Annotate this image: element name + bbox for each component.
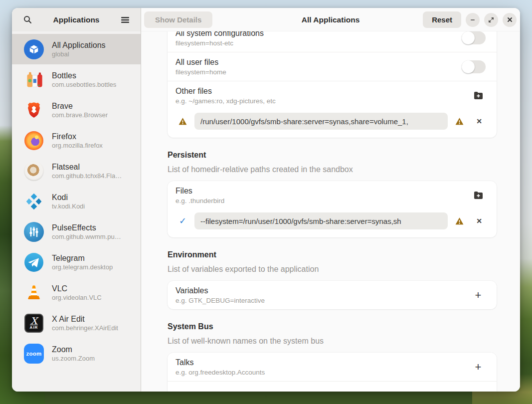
all-applications-icon — [24, 39, 44, 59]
toggle-knob — [462, 31, 475, 44]
other-files-path-input[interactable] — [194, 113, 448, 130]
permission-title: Files — [176, 187, 471, 196]
permission-subtitle: filesystem=host-etc — [176, 39, 462, 47]
persistent-card: Files e.g. .thunderbird ✓ ✕ — [168, 181, 497, 237]
permission-row-system-configurations: All system configurations filesystem=hos… — [168, 31, 497, 52]
warning-icon — [455, 117, 464, 126]
permission-row-other-files: Other files e.g. ~/games:ro, xdg-picture… — [168, 81, 497, 110]
vlc-icon — [24, 283, 44, 303]
header-actions: Reset — [423, 11, 517, 28]
section-description: List of homedir-relative paths created i… — [168, 165, 497, 174]
toggle-knob — [462, 60, 475, 73]
section-description: List of variables exported to the applic… — [168, 265, 497, 274]
toggle-switch[interactable] — [462, 31, 486, 44]
permission-hint: e.g. .thunderbird — [176, 197, 471, 204]
pulseeffects-icon — [24, 222, 44, 242]
sidebar-item-all-applications[interactable]: All Applications global — [12, 34, 141, 64]
app-name: Telegram — [52, 254, 113, 263]
section-title-environment: Environment — [168, 250, 497, 259]
kodi-icon — [24, 192, 44, 211]
persistent-path-input[interactable] — [194, 212, 448, 229]
app-id: com.github.wwmm.pu… — [52, 233, 121, 240]
app-name: Flatseal — [52, 163, 122, 172]
sidebar-header: Applications — [12, 8, 141, 31]
section-title-persistent: Persistent — [168, 151, 497, 160]
permission-title: All system configurations — [176, 31, 462, 38]
flatseal-icon — [24, 161, 44, 181]
permission-title: Variables — [176, 286, 471, 295]
app-name: Zoom — [52, 345, 95, 354]
app-name: X Air Edit — [52, 315, 118, 324]
permission-subtitle: filesystem=home — [176, 68, 462, 76]
minimize-button[interactable] — [466, 13, 480, 27]
permission-row-files: Files e.g. .thunderbird — [168, 181, 497, 209]
sidebar: Applications All Applications global — [12, 8, 141, 392]
filesystem-card: All system configurations filesystem=hos… — [168, 31, 497, 138]
zoom-icon: zoom — [24, 344, 44, 364]
permission-hint: e.g. org.freedesktop.Accounts — [176, 369, 471, 376]
firefox-icon — [24, 131, 44, 151]
app-name: Kodi — [52, 193, 85, 202]
sidebar-item-pulseeffects[interactable]: PulseEffects com.github.wwmm.pu… — [12, 216, 141, 247]
persistent-entry-row: ✓ ✕ — [168, 209, 497, 237]
permission-title: Owns — [176, 392, 486, 392]
app-id: tv.kodi.Kodi — [52, 202, 85, 210]
app-name: Brave — [52, 102, 108, 111]
sidebar-item-kodi[interactable]: Kodi tv.kodi.Kodi — [12, 186, 141, 216]
app-name: Firefox — [52, 132, 103, 141]
warning-icon — [455, 217, 464, 225]
sidebar-item-firefox[interactable]: Firefox org.mozilla.firefox — [12, 125, 141, 156]
permission-hint: e.g. GTK_DEBUG=interactive — [176, 297, 471, 304]
show-details-button[interactable]: Show Details — [144, 11, 212, 28]
permission-title: Talks — [176, 358, 471, 367]
app-id: org.mozilla.firefox — [52, 142, 103, 149]
main-pane: All Applications Show Details Reset — [141, 8, 520, 392]
header-bar: All Applications Show Details Reset — [141, 8, 520, 31]
permission-title: Other files — [176, 87, 471, 96]
bottles-icon — [24, 70, 44, 90]
app-name: All Applications — [52, 41, 106, 50]
plus-icon[interactable]: + — [471, 288, 486, 303]
app-name: VLC — [52, 284, 102, 293]
sidebar-item-vlc[interactable]: VLC org.videolan.VLC — [12, 277, 141, 308]
app-id: com.behringer.XAirEdit — [52, 324, 118, 332]
section-title-system-bus: System Bus — [168, 322, 497, 331]
sidebar-item-x-air-edit[interactable]: XAIR X Air Edit com.behringer.XAirEdit — [12, 308, 141, 338]
brave-icon — [24, 100, 44, 120]
toggle-switch[interactable] — [462, 60, 486, 73]
sidebar-item-telegram[interactable]: Telegram org.telegram.desktop — [12, 247, 141, 277]
plus-icon[interactable]: + — [471, 360, 486, 375]
permission-row-talks: Talks e.g. org.freedesktop.Accounts + — [168, 353, 497, 381]
check-icon: ✓ — [178, 215, 187, 226]
close-button[interactable] — [503, 13, 517, 27]
sidebar-item-bottles[interactable]: Bottles com.usebottles.bottles — [12, 64, 141, 95]
other-files-entry-row: ✕ — [168, 110, 497, 138]
permissions-scroll-area: All system configurations filesystem=hos… — [141, 31, 520, 392]
sidebar-title: Applications — [35, 15, 118, 24]
search-icon[interactable] — [20, 12, 35, 27]
app-id: com.brave.Browser — [52, 111, 108, 119]
section-description: List of well-known names on the system b… — [168, 337, 497, 346]
app-name: PulseEffects — [52, 223, 121, 232]
restore-button[interactable] — [484, 13, 498, 27]
app-id: org.telegram.desktop — [52, 263, 113, 271]
sidebar-item-brave[interactable]: Brave com.brave.Browser — [12, 95, 141, 125]
flatseal-window: Applications All Applications global — [12, 8, 520, 392]
x-air-edit-icon: XAIR — [24, 313, 44, 333]
warning-icon — [178, 117, 187, 126]
sidebar-item-zoom[interactable]: zoom Zoom us.zoom.Zoom — [12, 338, 141, 369]
folder-add-icon[interactable] — [471, 188, 486, 203]
environment-card: Variables e.g. GTK_DEBUG=interactive + — [168, 281, 497, 309]
permission-title: All user files — [176, 58, 462, 67]
application-list: All Applications global Bottles com.useb… — [12, 31, 141, 392]
remove-icon[interactable]: ✕ — [474, 215, 485, 226]
app-name: Bottles — [52, 71, 116, 80]
app-id: global — [52, 50, 106, 58]
reset-button[interactable]: Reset — [423, 11, 461, 28]
sidebar-item-flatseal[interactable]: Flatseal com.github.tchx84.Fla… — [12, 156, 141, 186]
permission-subtitle: e.g. ~/games:ro, xdg-pictures, etc — [176, 97, 471, 105]
menu-icon[interactable] — [118, 12, 133, 27]
permission-row-owns: Owns — [168, 382, 497, 392]
remove-icon[interactable]: ✕ — [474, 116, 485, 127]
folder-add-icon[interactable] — [471, 88, 486, 103]
